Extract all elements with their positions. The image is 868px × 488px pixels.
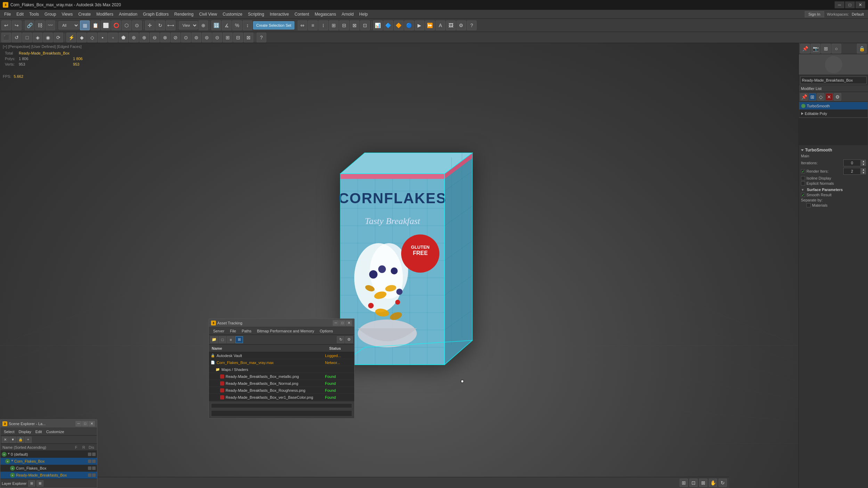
- render-setup-button[interactable]: 🔵: [404, 20, 414, 30]
- arc-rotate-button[interactable]: ↻: [719, 479, 727, 487]
- at-tb-btn3[interactable]: ≡: [227, 336, 235, 343]
- pan-button[interactable]: ✋: [709, 479, 717, 487]
- tb2-btn4[interactable]: ◈: [33, 33, 42, 42]
- menu-rendering[interactable]: Rendering: [171, 11, 196, 18]
- at-tb-btn4[interactable]: ⊞: [235, 336, 243, 343]
- layer-manager-button[interactable]: ⊡: [360, 20, 370, 30]
- menu-content[interactable]: Content: [292, 11, 312, 18]
- tb2-btn1[interactable]: ⬛: [1, 33, 11, 42]
- se-add-button[interactable]: +: [25, 437, 32, 443]
- at-row-vault[interactable]: 🔒 Autodesk Vault Logged...: [209, 352, 354, 359]
- select-move-button[interactable]: ✛: [145, 20, 155, 30]
- object-name-field[interactable]: [800, 76, 867, 84]
- render-iters-checkbox[interactable]: ✓: [801, 169, 805, 173]
- zoom-all-button[interactable]: ⊠: [699, 479, 707, 487]
- material-editor-button[interactable]: 🔶: [394, 20, 404, 30]
- at-row-maps[interactable]: 📁 Maps / Shaders: [209, 366, 354, 373]
- extra-btn1[interactable]: ⚙: [456, 20, 466, 30]
- render-iters-up-button[interactable]: ▲: [861, 168, 866, 171]
- at-tb-btn2[interactable]: □: [219, 336, 226, 343]
- menu-megascans[interactable]: Megascans: [312, 11, 339, 18]
- se-obj2-row[interactable]: Ready-Made_Breakfasts_Box: [0, 472, 97, 479]
- zoom-extents-all-button[interactable]: ⊞: [680, 479, 688, 487]
- at-close-button[interactable]: ✕: [346, 320, 352, 326]
- align-camera-button[interactable]: ⊠: [350, 20, 359, 30]
- mirror-button[interactable]: ⇔: [298, 20, 307, 30]
- bind-space-warp-button[interactable]: 〰: [46, 20, 55, 30]
- minimize-button[interactable]: ─: [835, 1, 844, 8]
- circular-select-button[interactable]: ⭕: [111, 20, 121, 30]
- se-lock-button[interactable]: 🔒: [17, 437, 24, 443]
- arnold-toolbar-btn[interactable]: A: [436, 20, 445, 30]
- close-button[interactable]: ✕: [855, 1, 865, 8]
- menu-interactive[interactable]: Interactive: [267, 11, 292, 18]
- menu-modifiers[interactable]: Modifiers: [94, 11, 116, 18]
- menu-group[interactable]: Group: [42, 11, 59, 18]
- tb2-btn16[interactable]: ⊗: [160, 33, 170, 42]
- explicit-normals-checkbox[interactable]: [801, 181, 805, 185]
- modifier-eye-icon[interactable]: [801, 104, 805, 108]
- extra-btn2[interactable]: ?: [467, 20, 477, 30]
- at-row-normal[interactable]: Ready-Made_Breakfasts_Box_Normal.png Fou…: [209, 380, 354, 387]
- se-group-row[interactable]: Corn_Flakes_Box: [0, 458, 97, 465]
- se-delete-button[interactable]: ✕: [2, 437, 9, 443]
- se-menu-edit[interactable]: Edit: [33, 429, 44, 435]
- sign-in-button[interactable]: Sign In: [805, 11, 824, 17]
- tb2-btn20[interactable]: ⊜: [202, 33, 212, 42]
- at-refresh-button[interactable]: ↻: [337, 336, 344, 343]
- tb2-btn9[interactable]: ◇: [87, 33, 97, 42]
- schematic-view-button[interactable]: 🔷: [383, 20, 393, 30]
- at-row-roughness[interactable]: Ready-Made_Breakfasts_Box_Roughness.png …: [209, 387, 354, 394]
- angle-snap-button[interactable]: ∡: [222, 20, 232, 30]
- menu-help[interactable]: Help: [356, 11, 371, 18]
- se-menu-customize[interactable]: Customize: [44, 429, 66, 435]
- select-rotate-button[interactable]: ↻: [155, 20, 165, 30]
- unlink-button[interactable]: ⛓: [35, 20, 45, 30]
- at-settings-button[interactable]: ⚙: [345, 336, 353, 343]
- at-menu-file[interactable]: File: [227, 328, 239, 334]
- rp-grid-button[interactable]: ⊞: [821, 44, 831, 53]
- create-selection-set-button[interactable]: Create Selection Set: [253, 21, 294, 30]
- quick-align-button[interactable]: ⫶: [318, 20, 328, 30]
- rp-sphere-button[interactable]: ○: [832, 44, 841, 53]
- configure-sets-button[interactable]: ⚙: [834, 93, 841, 101]
- tb2-btn22[interactable]: ⊞: [223, 33, 233, 42]
- snap-toggle-button[interactable]: 🔢: [211, 20, 221, 30]
- menu-civil-view[interactable]: Civil View: [196, 11, 220, 18]
- menu-scripting[interactable]: Scripting: [245, 11, 267, 18]
- at-menu-options[interactable]: Options: [317, 328, 336, 334]
- percent-snap-button[interactable]: %: [232, 20, 242, 30]
- menu-edit[interactable]: Edit: [14, 11, 26, 18]
- modifier-editable-poly[interactable]: Editable Poly: [799, 110, 868, 117]
- at-row-metallic[interactable]: Ready-Made_Breakfasts_Box_metallic.png F…: [209, 373, 354, 380]
- fence-select-button[interactable]: ⬡: [122, 20, 131, 30]
- reference-coord-dropdown[interactable]: View: [179, 21, 198, 30]
- render-frame-button[interactable]: ▶: [415, 20, 424, 30]
- viewport-image-button[interactable]: 🖼: [446, 20, 456, 30]
- rectangular-select-button[interactable]: ⬜: [101, 20, 111, 30]
- render-iters-down-button[interactable]: ▼: [861, 171, 866, 174]
- at-minimize-button[interactable]: ─: [333, 320, 339, 326]
- iterations-up-button[interactable]: ▲: [861, 160, 866, 163]
- tb2-btn3[interactable]: □: [22, 33, 32, 42]
- remove-modifier-button[interactable]: ✕: [825, 93, 833, 101]
- rp-pin-button[interactable]: 📌: [800, 44, 810, 53]
- se-menu-select[interactable]: Select: [2, 429, 17, 435]
- track-view-button[interactable]: 📊: [373, 20, 383, 30]
- se-minimize-button[interactable]: ─: [75, 421, 82, 427]
- selection-filter-dropdown[interactable]: All: [58, 21, 79, 30]
- tb2-btn7[interactable]: ⚡: [66, 33, 76, 42]
- at-restore-button[interactable]: □: [339, 320, 346, 326]
- menu-views[interactable]: Views: [59, 11, 75, 18]
- menu-create[interactable]: Create: [75, 11, 94, 18]
- tb2-btn17[interactable]: ⊘: [171, 33, 180, 42]
- at-row-maxfile[interactable]: 📄 Corn_Flakes_Box_max_vray.max Networ...: [209, 359, 354, 366]
- tb2-btn2[interactable]: ↺: [12, 33, 22, 42]
- maximize-button[interactable]: □: [845, 1, 855, 8]
- menu-arnold[interactable]: Arnold: [339, 11, 357, 18]
- menu-tools[interactable]: Tools: [26, 11, 42, 18]
- se-layer-row[interactable]: 0 (default): [0, 451, 97, 458]
- smooth-result-checkbox[interactable]: ✓: [801, 193, 805, 197]
- redo-button[interactable]: ↪: [12, 20, 22, 30]
- select-link-button[interactable]: 🔗: [25, 20, 34, 30]
